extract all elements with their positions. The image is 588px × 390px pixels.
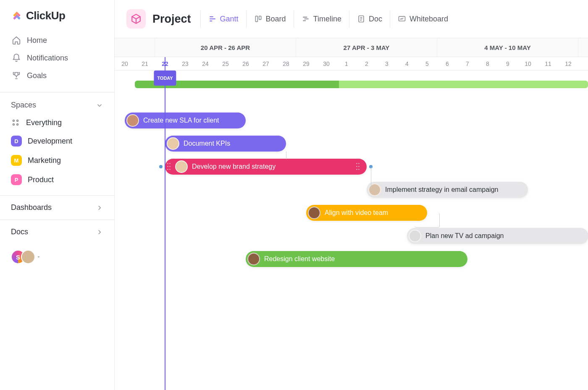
space-badge: D	[11, 136, 22, 147]
day-header[interactable]: 11	[538, 57, 558, 70]
brand-text: ClickUp	[26, 9, 65, 22]
task-label: Implement strategy in email campaign	[385, 186, 498, 194]
logo[interactable]: ClickUp	[0, 0, 114, 30]
day-header[interactable]: 25	[215, 57, 236, 70]
task-label: Plan new TV ad campaign	[425, 232, 504, 240]
day-header[interactable]: 2	[357, 57, 377, 70]
timeline-icon	[302, 15, 310, 23]
task-bar-tv[interactable]: Plan new TV ad campaign	[407, 228, 588, 244]
clickup-logo-icon	[11, 10, 23, 22]
tab-board[interactable]: Board	[246, 10, 294, 28]
project-icon[interactable]	[126, 9, 146, 29]
day-header[interactable]: 9	[498, 57, 518, 70]
space-marketing[interactable]: M Marketing	[6, 151, 108, 170]
nav-docs[interactable]: Docs	[0, 220, 114, 244]
day-header[interactable]: 29	[296, 57, 316, 70]
main: Project Gantt Board Timeline Doc	[115, 0, 588, 390]
svg-point-1	[17, 120, 18, 122]
dependency-handle[interactable]	[369, 165, 373, 168]
today-badge: TODAY	[154, 71, 176, 86]
svg-rect-7	[399, 16, 405, 21]
day-header[interactable]: 26	[236, 57, 256, 70]
day-header[interactable]: 7	[457, 57, 478, 70]
svg-point-3	[17, 124, 18, 126]
avatar	[21, 250, 35, 264]
task-label: Develop new brand strategy	[192, 163, 276, 170]
tab-whiteboard[interactable]: Whiteboard	[390, 10, 456, 28]
chevron-right-icon	[96, 204, 103, 212]
week-header: 4 MAY - 10 MAY	[437, 38, 578, 57]
bell-icon	[12, 53, 21, 63]
day-header[interactable]: 12	[558, 57, 578, 70]
spaces-list: Everything D Development M Marketing P P…	[0, 114, 114, 195]
svg-rect-5	[259, 16, 261, 19]
project-title: Project	[152, 13, 191, 26]
task-bar-website[interactable]: Redesign client website	[246, 251, 467, 267]
day-header[interactable]: 21	[135, 57, 155, 70]
whiteboard-icon	[398, 15, 406, 23]
home-icon	[12, 36, 21, 45]
day-header[interactable]: 30	[316, 57, 336, 70]
task-bar-brand[interactable]: Develop new brand strategy	[165, 159, 367, 175]
space-everything[interactable]: Everything	[6, 114, 108, 131]
grid-icon	[11, 118, 20, 127]
day-header[interactable]: 8	[478, 57, 498, 70]
today-line	[165, 57, 165, 390]
assignee-avatar	[167, 137, 179, 150]
assignee-avatar	[308, 207, 320, 219]
topbar: Project Gantt Board Timeline Doc	[115, 0, 588, 38]
assignee-avatar	[409, 230, 421, 242]
day-header[interactable]: 4	[397, 57, 417, 70]
task-bar-video[interactable]: Align with video team	[306, 205, 427, 221]
space-product[interactable]: P Product	[6, 170, 108, 189]
nav-notifications[interactable]: Notifications	[6, 49, 108, 67]
tab-timeline[interactable]: Timeline	[294, 10, 349, 28]
assignee-avatar	[126, 114, 139, 127]
day-header[interactable]: 27	[256, 57, 276, 70]
task-bar-sla[interactable]: Create new SLA for client	[125, 113, 246, 128]
gantt-view: 20 APR - 26 APR27 APR - 3 MAY4 MAY - 10 …	[115, 38, 588, 390]
day-header[interactable]: 20	[115, 57, 135, 70]
sidebar: ClickUp Home Notifications Goals Spaces	[0, 0, 115, 390]
board-icon	[254, 15, 262, 23]
doc-icon	[357, 15, 365, 23]
nav-home[interactable]: Home	[6, 31, 108, 49]
assignee-avatar	[247, 253, 260, 265]
assignee-avatar	[175, 160, 188, 173]
space-development[interactable]: D Development	[6, 131, 108, 151]
day-header[interactable]: 28	[276, 57, 296, 70]
svg-point-0	[13, 120, 15, 122]
day-header[interactable]: 24	[195, 57, 215, 70]
task-bar-kpis[interactable]: Document KPIs	[165, 136, 286, 152]
gantt-icon	[208, 15, 217, 23]
weeks-row: 20 APR - 26 APR27 APR - 3 MAY4 MAY - 10 …	[115, 38, 588, 57]
spaces-header[interactable]: Spaces	[0, 92, 114, 114]
nav-primary: Home Notifications Goals	[0, 30, 114, 92]
dependency-handle[interactable]	[159, 165, 163, 168]
chevron-right-icon	[96, 228, 103, 236]
nav-label: Goals	[27, 71, 47, 80]
svg-rect-4	[255, 16, 257, 21]
day-header[interactable]: 1	[336, 57, 357, 70]
tab-gantt[interactable]: Gantt	[200, 10, 246, 28]
week-header: 27 APR - 3 MAY	[296, 38, 437, 57]
task-label: Document KPIs	[184, 140, 230, 147]
gantt-body[interactable]: Create new SLA for clientDocument KPIsDe…	[115, 71, 588, 373]
day-header[interactable]: 5	[417, 57, 437, 70]
nav-dashboards[interactable]: Dashboards	[0, 196, 114, 220]
week-header: 20 APR - 26 APR	[155, 38, 296, 57]
task-bar-email[interactable]: Implement strategy in email campaign	[367, 182, 528, 198]
day-header[interactable]: 10	[518, 57, 538, 70]
nav-label: Home	[27, 36, 47, 45]
tab-doc[interactable]: Doc	[349, 10, 390, 28]
timeline-summary-bar[interactable]	[135, 81, 588, 88]
day-header[interactable]: 6	[437, 57, 457, 70]
cube-icon	[131, 13, 142, 24]
nav-goals[interactable]: Goals	[6, 67, 108, 84]
days-row: 202122TODAY23242526272829301234567891011…	[115, 57, 588, 71]
day-header[interactable]: 3	[377, 57, 397, 70]
day-header[interactable]: 23	[175, 57, 195, 70]
view-tabs: Gantt Board Timeline Doc Whiteboard	[200, 10, 456, 28]
profile-switcher[interactable]: S	[0, 244, 114, 270]
task-label: Create new SLA for client	[143, 117, 219, 124]
